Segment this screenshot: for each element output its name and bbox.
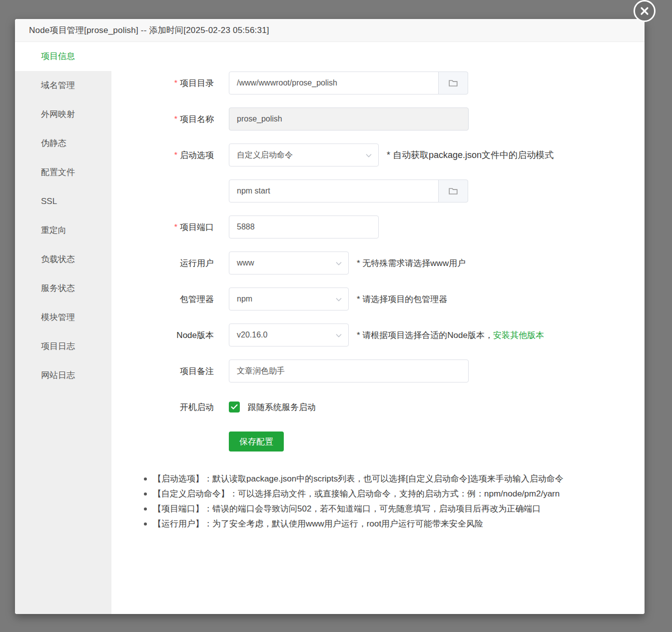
node-version-hint: * 请根据项目选择合适的Node版本，安装其他版本 <box>357 330 544 341</box>
sidebar-item-rewrite[interactable]: 伪静态 <box>15 129 111 158</box>
run-user-hint: * 无特殊需求请选择www用户 <box>357 258 466 269</box>
start-cmd-row <box>111 180 645 202</box>
dialog-title: Node项目管理[prose_polish] -- 添加时间[2025-02-2… <box>29 24 269 36</box>
page-backdrop: { "dialog": { "title": "Node项目管理[prose_p… <box>0 0 672 632</box>
sidebar-item-config-file[interactable]: 配置文件 <box>15 158 111 187</box>
required-mark: * <box>174 79 177 88</box>
start-cmd-browse-button[interactable] <box>438 180 468 202</box>
dialog-content: *项目目录 *项目名称 *启动选项 自定义启动命令 <box>111 42 645 614</box>
run-user-row: 运行用户 www * 无特殊需求请选择www用户 <box>111 252 645 274</box>
note-item: 【项目端口】：错误的端口会导致访问502，若不知道端口，可先随意填写，启动项目后… <box>144 502 645 516</box>
bullet-icon <box>144 478 147 480</box>
sidebar-item-site-log[interactable]: 网站日志 <box>15 361 111 390</box>
dialog-header: Node项目管理[prose_polish] -- 添加时间[2025-02-2… <box>15 19 645 42</box>
project-note-input[interactable] <box>229 360 469 382</box>
chevron-down-icon <box>365 152 372 159</box>
bullet-icon <box>144 492 147 496</box>
sidebar-item-external-mapping[interactable]: 外网映射 <box>15 100 111 129</box>
start-option-hint: * 自动获取package.json文件中的启动模式 <box>387 149 554 161</box>
project-port-input[interactable] <box>229 216 379 238</box>
close-button[interactable] <box>634 0 656 22</box>
autostart-checkbox[interactable] <box>229 402 240 412</box>
autostart-checkbox-label: 跟随系统服务启动 <box>248 402 316 413</box>
project-name-input <box>229 108 469 130</box>
pkg-manager-label: 包管理器 <box>111 294 229 305</box>
project-port-label: *项目端口 <box>111 222 229 233</box>
node-version-value: v20.16.0 <box>237 330 267 340</box>
chevron-down-icon <box>335 332 342 339</box>
notes-list: 【启动选项】：默认读取package.json中的scripts列表，也可以选择… <box>111 472 645 532</box>
project-dir-group <box>229 72 468 94</box>
note-item: 【自定义启动命令】：可以选择启动文件，或直接输入启动命令，支持的启动方式：例：n… <box>144 486 645 502</box>
node-version-label: Node版本 <box>111 330 229 341</box>
sidebar-item-module-manage[interactable]: 模块管理 <box>15 303 111 332</box>
autostart-label: 开机启动 <box>111 402 229 413</box>
pkg-manager-value: npm <box>237 294 252 304</box>
autostart-row: 开机启动 跟随系统服务启动 <box>111 396 645 418</box>
sidebar-item-project-log[interactable]: 项目日志 <box>15 332 111 361</box>
node-version-row: Node版本 v20.16.0 * 请根据项目选择合适的Node版本，安装其他版… <box>111 324 645 346</box>
node-project-dialog: Node项目管理[prose_polish] -- 添加时间[2025-02-2… <box>15 19 645 614</box>
sidebar-item-project-info[interactable]: 项目信息 <box>15 42 111 71</box>
dialog-sidebar: 项目信息 域名管理 外网映射 伪静态 配置文件 SSL 重定向 负载状态 服务状… <box>15 42 111 614</box>
chevron-down-icon <box>335 260 342 267</box>
sidebar-item-load-status[interactable]: 负载状态 <box>15 245 111 274</box>
chevron-down-icon <box>335 296 342 303</box>
folder-icon <box>448 78 459 88</box>
run-user-value: www <box>237 258 254 268</box>
project-dir-input[interactable] <box>229 72 439 94</box>
node-version-select[interactable]: v20.16.0 <box>229 324 349 346</box>
start-cmd-input[interactable] <box>229 180 439 202</box>
start-cmd-group <box>229 180 468 202</box>
run-user-select[interactable]: www <box>229 252 349 274</box>
required-mark: * <box>174 151 177 160</box>
required-mark: * <box>174 115 177 124</box>
start-option-label: *启动选项 <box>111 150 229 161</box>
project-dir-browse-button[interactable] <box>438 72 468 94</box>
pkg-manager-hint: * 请选择项目的包管理器 <box>357 294 447 305</box>
sidebar-item-domain[interactable]: 域名管理 <box>15 71 111 100</box>
check-icon <box>231 404 238 410</box>
sidebar-item-service-status[interactable]: 服务状态 <box>15 274 111 303</box>
project-info-form: *项目目录 *项目名称 *启动选项 自定义启动命令 <box>111 42 645 532</box>
project-port-row: *项目端口 <box>111 216 645 238</box>
bullet-icon <box>144 508 147 510</box>
start-option-row: *启动选项 自定义启动命令 * 自动获取package.json文件中的启动模式 <box>111 144 645 166</box>
note-item: 【启动选项】：默认读取package.json中的scripts列表，也可以选择… <box>144 472 645 486</box>
run-user-label: 运行用户 <box>111 258 229 269</box>
sidebar-item-redirect[interactable]: 重定向 <box>15 216 111 245</box>
start-option-select[interactable]: 自定义启动命令 <box>229 144 379 166</box>
project-name-row: *项目名称 <box>111 108 645 130</box>
pkg-manager-select[interactable]: npm <box>229 288 349 310</box>
close-icon <box>640 6 650 16</box>
required-mark: * <box>174 223 177 232</box>
project-note-label: 项目备注 <box>111 366 229 377</box>
start-option-value: 自定义启动命令 <box>237 150 293 160</box>
install-other-version-link[interactable]: 安装其他版本 <box>493 330 544 340</box>
save-config-button[interactable]: 保存配置 <box>229 432 284 452</box>
save-row: 保存配置 <box>111 432 645 452</box>
project-dir-label: *项目目录 <box>111 78 229 89</box>
folder-icon <box>448 186 459 196</box>
sidebar-item-ssl[interactable]: SSL <box>15 187 111 216</box>
project-dir-row: *项目目录 <box>111 72 645 94</box>
project-note-row: 项目备注 <box>111 360 645 382</box>
bullet-icon <box>144 522 147 526</box>
note-item: 【运行用户】：为了安全考虑，默认使用www用户运行，root用户运行可能带来安全… <box>144 516 645 532</box>
project-name-label: *项目名称 <box>111 114 229 125</box>
pkg-manager-row: 包管理器 npm * 请选择项目的包管理器 <box>111 288 645 310</box>
